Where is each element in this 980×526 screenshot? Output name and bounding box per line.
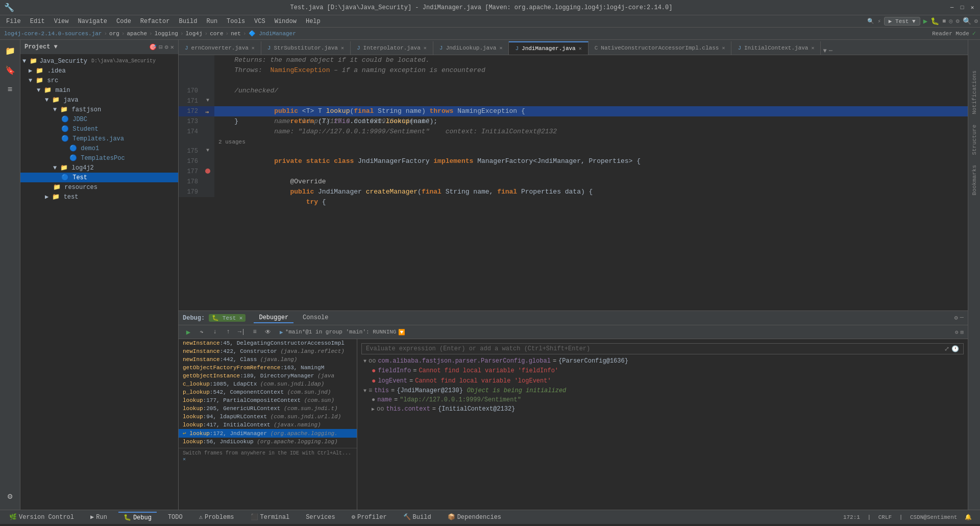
project-locate-icon[interactable]: 🎯 (149, 43, 157, 51)
breadcrumb-core[interactable]: core (210, 31, 223, 37)
reader-mode-toggle[interactable]: ✓ (972, 30, 976, 37)
tab-debug-bottom[interactable]: 🐛 Debug (118, 512, 157, 522)
tabs-menu-button[interactable]: ⋯ (829, 47, 832, 55)
project-icon[interactable]: 📁 (1, 42, 19, 60)
settings-side-icon[interactable]: ⚙ (1, 487, 19, 506)
stack-frame-12[interactable]: lookup:56, JndiLookup (org.apache.loggin… (179, 438, 357, 446)
evaluate-button[interactable]: ≡ (249, 326, 260, 338)
step-out-button[interactable]: ↑ (223, 326, 234, 338)
tab-terminal[interactable]: ⬛ Terminal (246, 512, 295, 522)
tab-problems[interactable]: ⚠ Problems (194, 512, 239, 522)
debug-minimize-icon[interactable]: ─ (960, 314, 964, 322)
tree-item-log4j2[interactable]: ▼ 📁 log4j2 (20, 163, 178, 173)
more-tabs-button[interactable]: ▼ (823, 47, 826, 55)
tab-run-bottom[interactable]: ▶ Run (85, 512, 112, 522)
tab-version-control[interactable]: 🌿 Version Control (4, 512, 79, 522)
stack-frame-5[interactable]: c_lookup:1085, LdapCtx (com.sun.jndi.lda… (179, 380, 357, 388)
stack-frame-8[interactable]: lookup:205, GenericURLContext (com.sun.j… (179, 404, 357, 413)
minimize-button[interactable]: ─ (948, 4, 955, 11)
tree-item-test[interactable]: 🔵 Test (20, 173, 178, 182)
stop-button[interactable]: ■ (942, 18, 946, 25)
stack-frame-0[interactable]: newInstance:45, DelegatingConstructorAcc… (179, 339, 357, 347)
menu-edit[interactable]: Edit (26, 17, 49, 26)
menu-code[interactable]: Code (112, 17, 135, 26)
structure-icon[interactable]: ≡ (1, 81, 19, 99)
project-settings-icon[interactable]: ⚙ (165, 43, 168, 51)
breakpoint-marker[interactable] (205, 168, 210, 176)
menu-navigate[interactable]: Navigate (74, 17, 111, 26)
tree-item-java-security[interactable]: ▼ 📁 Java_Security D:\java\Java_Security (20, 56, 178, 66)
project-collapse-icon[interactable]: ⊟ (159, 43, 162, 51)
profiler-button[interactable]: ⚙ (956, 17, 960, 25)
eval-history-icon[interactable]: 🕐 (951, 345, 959, 353)
breadcrumb-org[interactable]: org (109, 31, 119, 37)
var-item-2[interactable]: ● logEvent = Cannot find local variable … (359, 376, 966, 386)
tree-item-student[interactable]: 🔵 Student (20, 124, 178, 134)
tab-strsubstitutor[interactable]: J StrSubstitutor.java ✕ (261, 41, 351, 55)
run-to-cursor-button[interactable]: →| (236, 326, 247, 338)
menu-file[interactable]: File (2, 17, 25, 26)
eval-expand-icon[interactable]: ⤢ (944, 345, 949, 353)
stack-frame-2[interactable]: newInstance:442, Class (java.lang) (179, 355, 357, 364)
breadcrumb-apache[interactable]: apache (127, 31, 147, 37)
coverage-button[interactable]: ◎ (949, 17, 952, 25)
stack-frame-4[interactable]: getObjectInstance:189, DirectoryManager … (179, 372, 357, 380)
debug-settings-icon[interactable]: ⚙ (954, 314, 958, 322)
tree-item-fastjson[interactable]: ▼ 📁 fastjson (20, 105, 178, 114)
switch-frames-close[interactable]: ✕ (183, 457, 186, 462)
maximize-button[interactable]: □ (959, 4, 966, 11)
tree-item-templatespoc[interactable]: 🔵 TemplatesPoc (20, 153, 178, 163)
menu-view[interactable]: View (50, 17, 73, 26)
project-close-icon[interactable]: ✕ (170, 43, 174, 51)
tree-item-src[interactable]: ▼ 📁 src (20, 76, 178, 85)
tab-nativeconstructor[interactable]: C NativeConstructorAccessorImpl.class ✕ (589, 41, 732, 55)
var-item-1[interactable]: ● fieldInfo = Cannot find local variable… (359, 366, 966, 376)
menu-refactor[interactable]: Refactor (136, 17, 174, 26)
breadcrumb-log4j[interactable]: log4j (186, 31, 203, 37)
debugger-tab[interactable]: Debugger (254, 313, 293, 323)
stack-frame-10[interactable]: lookup:417, InitialContext (javax.naming… (179, 421, 357, 429)
expand-all-icon[interactable]: ⊞ (960, 329, 964, 336)
stack-frame-9[interactable]: lookup:94, ldapURLContext (com.sun.jndi.… (179, 413, 357, 421)
var-item-0[interactable]: ▼ oo com.alibaba.fastjson.parser.ParserC… (359, 356, 966, 366)
stack-frame-6[interactable]: p_lookup:542, ComponentContext (com.sun.… (179, 388, 357, 396)
breadcrumb-net[interactable]: net (231, 31, 241, 37)
tree-item-resources[interactable]: 📁 resources (20, 182, 178, 192)
breadcrumb-jar[interactable]: log4j-core-2.14.0-sources.jar (4, 31, 102, 37)
tab-services[interactable]: Services (301, 513, 340, 522)
menu-window[interactable]: Window (271, 17, 301, 26)
tree-item-jdbc[interactable]: 🔵 JDBC (20, 114, 178, 124)
stack-frame-11[interactable]: ↩ lookup:172, JndiManager (org.apache.lo… (179, 429, 357, 438)
debug-tab-name[interactable]: 🐛 Test ✕ (209, 314, 246, 322)
close-button[interactable]: ✕ (969, 4, 976, 11)
tree-item-java[interactable]: ▼ 📁 java (20, 95, 178, 105)
resume-button[interactable]: ▶ (183, 326, 194, 338)
tab-dependencies[interactable]: 📦 Dependencies (443, 512, 506, 522)
tree-item-test-dir[interactable]: ▶ 📁 test (20, 192, 178, 202)
stack-frame-1[interactable]: newInstance:422, Constructor (java.lang.… (179, 347, 357, 355)
thread-filter-icon[interactable]: 🔽 (398, 329, 405, 336)
var-item-3[interactable]: ▼ ≡ this = {JndiManager@2130} Object is … (359, 386, 966, 395)
breadcrumb-class[interactable]: 🔷 JndiManager (249, 30, 296, 37)
menu-help[interactable]: Help (302, 17, 325, 26)
debug-button[interactable]: 🐛 (930, 17, 939, 26)
fold-icon[interactable]: ▼ (206, 98, 209, 103)
tree-item-templates-java[interactable]: 🔵 Templates.java (20, 134, 178, 144)
bookmarks-right-label[interactable]: Bookmarks (971, 165, 977, 195)
watch-button[interactable]: 👁 (262, 326, 274, 338)
tab-ernconverter[interactable]: J ernConverter.java ✕ (179, 41, 261, 55)
step-into-button[interactable]: ↓ (209, 326, 220, 338)
menu-vcs[interactable]: VCS (250, 17, 270, 26)
tree-item-main[interactable]: ▼ 📁 main (20, 85, 178, 95)
tab-jndimanager[interactable]: J JndiManager.java ✕ (509, 41, 588, 55)
tab-initialcontext[interactable]: J InitialContext.java ✕ (731, 41, 821, 55)
tab-jndilookup[interactable]: J JndiLookup.java ✕ (433, 41, 509, 55)
tab-todo[interactable]: TODO (163, 513, 188, 522)
frames-settings-icon[interactable]: ⚙ (955, 329, 959, 336)
stack-frame-3[interactable]: getObjectFactoryFromReference:163, Namin… (179, 364, 357, 372)
tab-profiler-bottom[interactable]: ⚙ Profiler (347, 512, 392, 522)
run-button[interactable]: ▶ (923, 17, 927, 26)
tree-item-demo1[interactable]: 🔵 demo1 (20, 144, 178, 153)
breadcrumb-logging[interactable]: logging (155, 31, 178, 37)
tab-build-bottom[interactable]: 🔨 Build (398, 512, 436, 522)
